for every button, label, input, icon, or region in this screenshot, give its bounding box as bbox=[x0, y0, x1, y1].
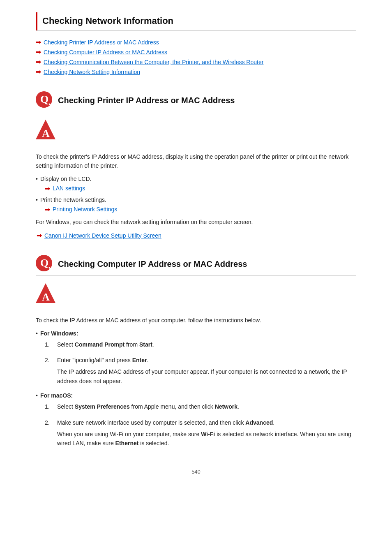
advanced-bold: Advanced bbox=[245, 419, 273, 426]
section2-heading: Checking Computer IP Address or MAC Addr… bbox=[58, 259, 247, 269]
page-footer: 540 bbox=[36, 465, 356, 475]
section1-bullet-1: • Display on the LCD. bbox=[36, 176, 356, 182]
printing-network-link[interactable]: Printing Network Settings bbox=[53, 206, 117, 213]
system-preferences-bold: System Preferences bbox=[75, 403, 130, 410]
macos-step-1: 1. Select System Preferences from Apple … bbox=[45, 402, 356, 411]
toc-item-1: ➡ Checking Printer IP Address or MAC Add… bbox=[36, 38, 356, 46]
toc-link-2[interactable]: Checking Computer IP Address or MAC Addr… bbox=[44, 49, 167, 56]
q-icon-1: Q bbox=[36, 91, 54, 109]
lan-settings-link-item: ➡ LAN settings bbox=[45, 185, 356, 192]
page-title-section: Checking Network Information bbox=[36, 12, 356, 30]
macos-step-1-content: Select System Preferences from Apple men… bbox=[57, 402, 356, 411]
for-macos-item: • For macOS: bbox=[36, 392, 356, 399]
windows-numbered-section: 1. Select Command Prompt from Start. 2. … bbox=[45, 340, 356, 386]
start-bold: Start bbox=[139, 341, 152, 348]
toc-list: ➡ Checking Printer IP Address or MAC Add… bbox=[36, 38, 356, 76]
a-icon-2: A bbox=[36, 283, 55, 305]
toc-link-3[interactable]: Checking Communication Between the Compu… bbox=[44, 59, 263, 65]
a-icon-1: A bbox=[36, 120, 55, 141]
command-prompt-bold: Command Prompt bbox=[75, 341, 125, 348]
toc-link-1[interactable]: Checking Printer IP Address or MAC Addre… bbox=[44, 39, 159, 46]
macos-step-2: 2. Make sure network interface used by c… bbox=[45, 418, 356, 448]
answer-block-2: A bbox=[36, 283, 356, 310]
section2-intro: To check the IP Address or MAC address o… bbox=[36, 316, 356, 325]
windows-step-2-content: Enter "ipconfig/all" and press Enter. Th… bbox=[57, 356, 356, 386]
section1-windows-text: For Windows, you can check the network s… bbox=[36, 217, 356, 227]
toc-item-3: ➡ Checking Communication Between the Com… bbox=[36, 58, 356, 66]
arrow-icon-2: ➡ bbox=[36, 48, 41, 56]
section1-rule bbox=[36, 112, 356, 112]
page-title: Checking Network Information bbox=[42, 12, 356, 30]
macos-step-2-num: 2. bbox=[45, 418, 54, 427]
windows-step-2: 2. Enter "ipconfig/all" and press Enter.… bbox=[45, 356, 356, 386]
section2-heading-block: Q Checking Computer IP Address or MAC Ad… bbox=[36, 251, 356, 273]
windows-step-2-num: 2. bbox=[45, 356, 54, 365]
enter-bold: Enter bbox=[132, 357, 147, 363]
section1-bullet-2: • Print the network settings. bbox=[36, 197, 356, 203]
macos-step-2-content: Make sure network interface used by comp… bbox=[57, 418, 356, 448]
toc-item-2: ➡ Checking Computer IP Address or MAC Ad… bbox=[36, 48, 356, 56]
svg-text:Q: Q bbox=[40, 93, 48, 105]
svg-line-7 bbox=[49, 268, 52, 271]
arrow-icon-print: ➡ bbox=[45, 206, 50, 213]
windows-step-1: 1. Select Command Prompt from Start. bbox=[45, 340, 356, 349]
windows-bullet-dot: • bbox=[36, 330, 38, 337]
macos-step-1-num: 1. bbox=[45, 402, 54, 411]
section1-heading: Checking Printer IP Address or MAC Addre… bbox=[58, 96, 235, 105]
answer-block-1: A bbox=[36, 120, 356, 146]
ethernet-bold: Ethernet bbox=[115, 440, 139, 446]
page-number: 540 bbox=[191, 469, 201, 475]
for-macos-list: • For macOS: bbox=[36, 392, 356, 399]
canon-ij-link[interactable]: Canon IJ Network Device Setup Utility Sc… bbox=[44, 232, 161, 239]
windows-step-1-content: Select Command Prompt from Start. bbox=[57, 340, 356, 349]
toc-link-4[interactable]: Checking Network Setting Information bbox=[44, 69, 140, 75]
printing-network-link-item: ➡ Printing Network Settings bbox=[45, 206, 356, 213]
svg-line-2 bbox=[49, 104, 52, 107]
page-container: Checking Network Information ➡ Checking … bbox=[19, 0, 373, 500]
for-macos-label: For macOS: bbox=[40, 392, 73, 399]
for-windows-list: • For Windows: bbox=[36, 330, 356, 337]
macos-bullet-dot: • bbox=[36, 392, 38, 399]
for-windows-item: • For Windows: bbox=[36, 330, 356, 337]
arrow-icon-1: ➡ bbox=[36, 38, 41, 46]
svg-text:Q: Q bbox=[40, 257, 48, 269]
for-windows-label: For Windows: bbox=[40, 330, 78, 337]
section1-intro: To check the printer's IP Address or MAC… bbox=[36, 152, 356, 171]
windows-step-2-sub: The IP address and MAC address of your c… bbox=[57, 367, 356, 386]
arrow-icon-4: ➡ bbox=[36, 68, 41, 76]
arrow-icon-lan: ➡ bbox=[45, 185, 50, 192]
lan-settings-link[interactable]: LAN settings bbox=[53, 185, 85, 192]
arrow-icon-3: ➡ bbox=[36, 58, 41, 66]
wifi-bold: Wi-Fi bbox=[201, 431, 215, 437]
network-bold: Network bbox=[215, 403, 238, 410]
arrow-icon-canon: ➡ bbox=[37, 231, 42, 239]
bullet-dot-2: • bbox=[36, 197, 38, 203]
title-divider bbox=[36, 30, 356, 31]
toc-item-4: ➡ Checking Network Setting Information bbox=[36, 68, 356, 76]
canon-ij-link-item: ➡ Canon IJ Network Device Setup Utility … bbox=[37, 231, 356, 239]
macos-numbered-section: 1. Select System Preferences from Apple … bbox=[45, 402, 356, 448]
windows-step-1-num: 1. bbox=[45, 340, 54, 349]
section2-rule bbox=[36, 275, 356, 276]
bullet-dot-1: • bbox=[36, 176, 38, 182]
q-icon-2: Q bbox=[36, 255, 54, 273]
macos-step-2-sub: When you are using Wi-Fi on your compute… bbox=[57, 430, 356, 448]
svg-text:A: A bbox=[42, 127, 50, 139]
section1-heading-block: Q Checking Printer IP Address or MAC Add… bbox=[36, 87, 356, 109]
svg-text:A: A bbox=[42, 291, 50, 303]
section1-bullet-list: • Display on the LCD. ➡ LAN settings • P… bbox=[36, 176, 356, 213]
